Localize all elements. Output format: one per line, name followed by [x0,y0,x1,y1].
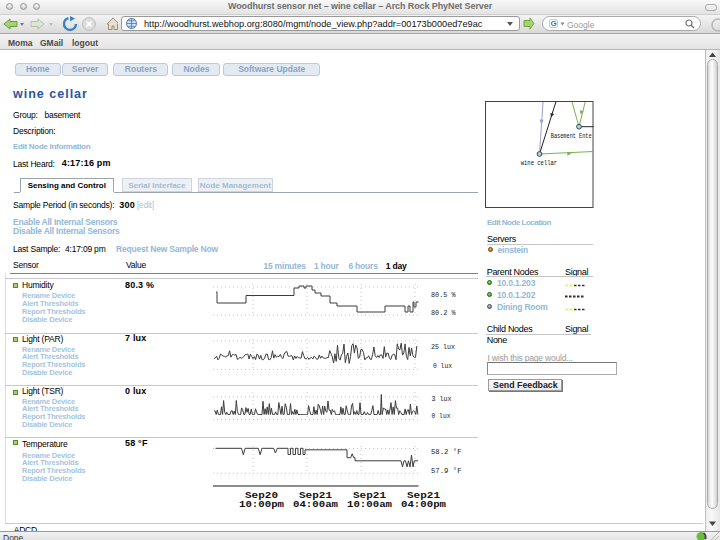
svg-text:80.5 %: 80.5 % [431,291,456,299]
svg-text:10:00am: 10:00am [347,500,393,510]
svg-text:wine cellar: wine cellar [521,159,558,167]
svg-text:25 lux: 25 lux [431,343,455,351]
svg-text:10:00pm: 10:00pm [239,500,285,510]
svg-text:Basement Ente: Basement Ente [551,132,592,140]
svg-text:3 lux: 3 lux [432,395,452,403]
svg-text:80.2 %: 80.2 % [431,309,456,317]
svg-text:0 lux: 0 lux [432,412,451,420]
svg-text:04:00am: 04:00am [293,500,339,510]
svg-text:58.2 °F: 58.2 °F [431,448,462,456]
svg-text:04:00pm: 04:00pm [401,500,447,510]
svg-text:57.9 °F: 57.9 °F [431,467,462,475]
svg-text:0 lux: 0 lux [433,362,452,370]
